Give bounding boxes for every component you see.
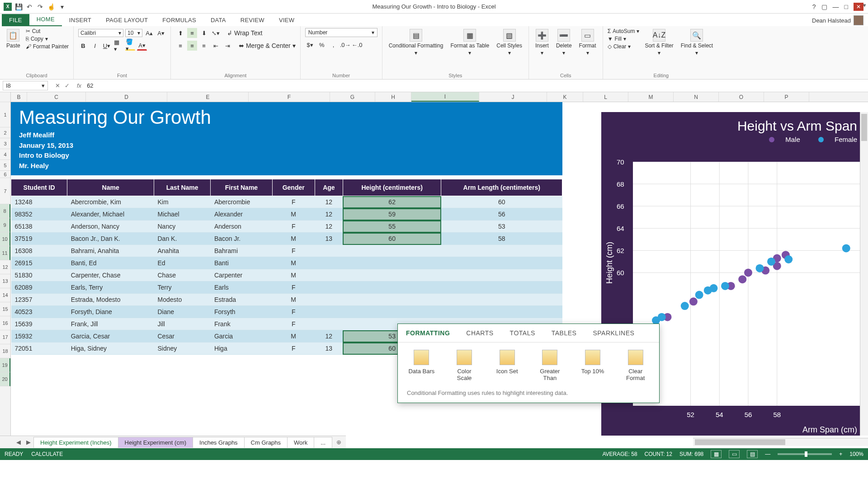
number-format-select[interactable]: Number▾ xyxy=(305,28,377,37)
grid-body[interactable]: Measuring Our Growth Jeff Mealiff Januar… xyxy=(11,102,868,436)
align-center-icon[interactable]: ≡ xyxy=(187,41,197,51)
align-top-icon[interactable]: ⬆ xyxy=(175,28,185,38)
close-icon[interactable]: ✕ xyxy=(854,3,863,11)
font-color-button[interactable]: A▾ xyxy=(137,41,147,51)
table-row[interactable]: 65138Anderson, NancyNancyAndersonF125553 xyxy=(11,221,562,233)
qa-tab[interactable]: SPARKLINES xyxy=(585,324,642,342)
column-header[interactable]: L xyxy=(583,92,628,102)
sheet-tab[interactable]: Height Experiment (cm) xyxy=(118,437,193,448)
zoom-in-icon[interactable]: + xyxy=(839,451,842,457)
add-sheet-icon[interactable]: ⊕ xyxy=(332,439,346,446)
row-header[interactable]: 17 xyxy=(0,330,10,344)
qa-option[interactable]: Greater Than xyxy=(535,350,565,381)
align-bottom-icon[interactable]: ⬇ xyxy=(199,28,209,38)
view-normal-icon[interactable]: ▦ xyxy=(711,450,722,458)
qa-tab[interactable]: TOTALS xyxy=(502,324,543,342)
fx-icon[interactable]: fx xyxy=(74,82,84,89)
column-header[interactable]: N xyxy=(674,92,719,102)
enter-formula-icon[interactable]: ✓ xyxy=(65,82,70,89)
underline-button[interactable]: U ▾ xyxy=(102,41,112,51)
row-header[interactable]: 5 xyxy=(0,160,10,171)
sheet-nav-prev[interactable]: ◀ xyxy=(14,439,24,446)
redo-icon[interactable]: ↷ xyxy=(36,3,44,11)
borders-button[interactable]: ▦ ▾ xyxy=(113,41,123,51)
row-header[interactable]: 12 xyxy=(0,260,10,274)
table-header[interactable]: First Name xyxy=(211,179,272,196)
align-left-icon[interactable]: ≡ xyxy=(175,41,185,51)
tab-formulas[interactable]: FORMULAS xyxy=(155,14,203,26)
row-header[interactable]: 2 xyxy=(0,127,10,138)
column-header[interactable]: O xyxy=(719,92,764,102)
column-header[interactable]: F xyxy=(249,92,330,102)
qa-option[interactable]: Clear Format xyxy=(621,350,650,381)
wrap-text-button[interactable]: ↲ Wrap Text xyxy=(227,29,262,37)
table-header[interactable]: Age xyxy=(315,179,343,196)
table-row[interactable]: 12357Estrada, ModestoModestoEstradaM xyxy=(11,294,562,306)
column-header[interactable]: G xyxy=(330,92,375,102)
row-header[interactable]: 14 xyxy=(0,288,10,302)
delete-cells-button[interactable]: ➖Delete ▾ xyxy=(554,28,574,57)
clear-button[interactable]: ◇ Clear ▾ xyxy=(608,43,640,50)
column-header[interactable]: H xyxy=(375,92,411,102)
row-header[interactable]: 13 xyxy=(0,274,10,288)
table-header[interactable]: Gender xyxy=(272,179,315,196)
tab-page-layout[interactable]: PAGE LAYOUT xyxy=(99,14,155,26)
row-header[interactable]: 3 xyxy=(0,138,10,149)
column-header[interactable]: D xyxy=(86,92,167,102)
table-row[interactable]: 37519Bacon Jr., Dan K.Dan K.Bacon Jr.M13… xyxy=(11,233,562,245)
tab-review[interactable]: REVIEW xyxy=(233,14,272,26)
italic-button[interactable]: I xyxy=(90,41,100,51)
qa-option[interactable]: Color Scale xyxy=(450,350,479,381)
help-icon[interactable]: ? xyxy=(812,3,816,10)
table-header[interactable]: Student ID xyxy=(11,179,67,196)
row-header[interactable]: 9 xyxy=(0,218,10,232)
column-header[interactable]: C xyxy=(27,92,86,102)
sheet-tab[interactable]: Work xyxy=(287,437,314,448)
tab-insert[interactable]: INSERT xyxy=(62,14,99,26)
table-row[interactable]: 16308Bahrami, AnahitaAnahitaBahramiF xyxy=(11,245,562,257)
formula-input[interactable]: 62 xyxy=(84,82,868,89)
row-header[interactable]: 6 xyxy=(0,171,10,178)
vertical-scrollbar[interactable] xyxy=(860,112,868,436)
row-header[interactable]: 18 xyxy=(0,344,10,358)
column-header[interactable]: M xyxy=(628,92,674,102)
column-header[interactable]: E xyxy=(167,92,249,102)
sheet-nav-next[interactable]: ▶ xyxy=(24,439,33,446)
row-header[interactable]: 7 xyxy=(0,178,10,204)
column-header[interactable]: I xyxy=(411,92,479,102)
row-header[interactable]: 1 xyxy=(0,102,10,127)
table-row[interactable]: 26915Banti, EdEdBantiM xyxy=(11,257,562,269)
increase-decimal-icon[interactable]: .0→ xyxy=(340,40,350,50)
qa-option[interactable]: Top 10% xyxy=(578,350,608,381)
merge-center-button[interactable]: ⬌ Merge & Center ▾ xyxy=(239,42,296,49)
cell-styles-button[interactable]: ▧Cell Styles ▾ xyxy=(495,28,524,57)
find-select-button[interactable]: 🔍Find & Select ▾ xyxy=(679,28,715,57)
save-icon[interactable]: 💾 xyxy=(14,3,23,11)
accounting-format-icon[interactable]: $▾ xyxy=(305,40,315,50)
undo-icon[interactable]: ↶ xyxy=(25,3,33,11)
row-header[interactable]: 4 xyxy=(0,149,10,160)
qa-option[interactable]: Icon Set xyxy=(492,350,522,381)
qa-tab[interactable]: TABLES xyxy=(543,324,585,342)
column-header[interactable]: P xyxy=(764,92,809,102)
table-header[interactable]: Height (centimeters) xyxy=(343,179,441,196)
orientation-icon[interactable]: ⤡▾ xyxy=(211,28,221,38)
cancel-formula-icon[interactable]: ✕ xyxy=(55,82,60,89)
percent-format-icon[interactable]: % xyxy=(317,40,327,50)
table-header[interactable]: Last Name xyxy=(154,179,210,196)
qa-tab[interactable]: CHARTS xyxy=(458,324,501,342)
tab-home[interactable]: HOME xyxy=(29,13,62,26)
touch-mode-icon[interactable]: ☝ xyxy=(47,3,55,11)
increase-font-icon[interactable]: A▴ xyxy=(144,28,154,38)
copy-button[interactable]: ⎘ Copy ▾ xyxy=(26,36,69,42)
font-size-select[interactable]: 10▾ xyxy=(125,29,142,37)
signed-in-user[interactable]: Dean Halstead xyxy=(812,15,863,25)
row-header[interactable]: 8 xyxy=(0,204,10,218)
paste-button[interactable]: 📋Paste xyxy=(5,28,22,50)
insert-cells-button[interactable]: ➕Insert ▾ xyxy=(533,28,551,57)
fill-button[interactable]: ▼ Fill ▾ xyxy=(608,36,640,42)
conditional-formatting-button[interactable]: ▤Conditional Formatting ▾ xyxy=(387,28,445,57)
row-header[interactable]: 15 xyxy=(0,302,10,316)
zoom-level[interactable]: 100% xyxy=(849,451,863,457)
fill-color-button[interactable]: 🪣▾ xyxy=(125,41,135,51)
